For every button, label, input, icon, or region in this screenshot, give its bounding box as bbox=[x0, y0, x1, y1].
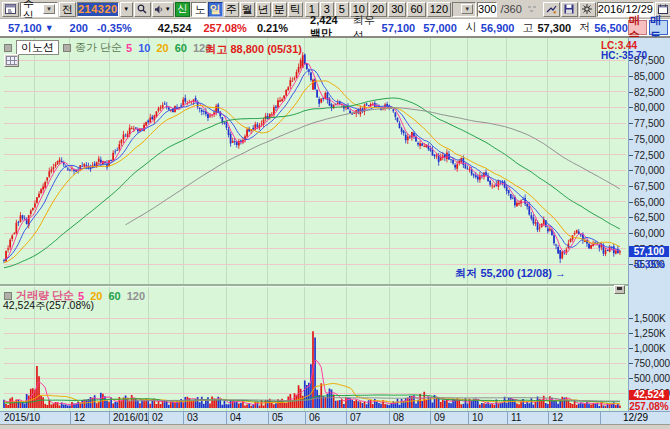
extra-interval-select[interactable]: ▼ bbox=[452, 2, 476, 17]
high-label: 고 bbox=[523, 20, 534, 35]
volume-tick-label: 500,000 bbox=[634, 373, 670, 384]
open-label: 시 bbox=[466, 20, 477, 35]
period-button-월[interactable]: 월 bbox=[240, 2, 255, 17]
price-tick-label: 82,500 bbox=[634, 87, 665, 98]
jun-button[interactable]: 전 bbox=[59, 2, 76, 17]
stock-name-field[interactable]: 이노션 bbox=[191, 2, 207, 17]
quote-bar: 57,100 ▼ 200 -0.35% 42,524 257.08% 0.21%… bbox=[0, 18, 670, 37]
code-dropdown-button[interactable]: ▼ bbox=[120, 2, 133, 17]
current-volume-badge: 42,524 bbox=[629, 390, 669, 400]
save-button[interactable] bbox=[561, 2, 578, 17]
instrument-type-select[interactable]: 주식 ▼ bbox=[20, 2, 58, 17]
hc-change-label: HC:-35.70 bbox=[601, 50, 647, 61]
pane-resize-button[interactable] bbox=[614, 285, 625, 294]
price-tick-label: 70,000 bbox=[634, 165, 665, 176]
tick-mark bbox=[629, 202, 633, 203]
price-ma-20: 20 bbox=[156, 42, 168, 54]
time-label-10: 10 bbox=[468, 412, 483, 424]
price-tick-label: 60,000 bbox=[634, 228, 665, 239]
pane-divider[interactable] bbox=[0, 284, 628, 287]
search-button[interactable] bbox=[134, 2, 151, 17]
time-label-09: 09 bbox=[430, 412, 445, 424]
time-label-08: 08 bbox=[389, 412, 404, 424]
minute-button-30[interactable]: 30 bbox=[388, 2, 406, 17]
stock-chart-window: 주식 ▼ 전 214320 ▼ ▼ 신 이노션 일주월년분틱 135102030… bbox=[0, 0, 670, 429]
price-legend: 이노션 종가 단순 5102060120 bbox=[4, 40, 211, 55]
sound-button[interactable]: ▼ bbox=[152, 2, 174, 17]
time-label-12: 12 bbox=[548, 412, 563, 424]
tick-mark bbox=[629, 186, 633, 187]
time-label-12: 12 bbox=[70, 412, 85, 424]
period-button-주[interactable]: 주 bbox=[224, 2, 239, 17]
time-label-04: 04 bbox=[226, 412, 241, 424]
quote-volume: 42,524 bbox=[158, 22, 192, 34]
low-annotation: 최저 55,200 (12/08) → bbox=[455, 266, 566, 281]
tick-mark bbox=[629, 318, 633, 319]
tick-mark bbox=[629, 155, 633, 156]
gear-icon bbox=[582, 4, 592, 14]
current-price: 57,100 bbox=[8, 22, 42, 34]
time-label-07: 07 bbox=[346, 412, 361, 424]
volume-current-value: 42,524주(257.08%) bbox=[3, 299, 94, 313]
volume-tick-label: 1,250K bbox=[634, 328, 666, 339]
chevron-down-icon: ▼ bbox=[165, 3, 171, 15]
volume-ma-120: 120 bbox=[127, 290, 145, 302]
time-label-02: 02 bbox=[148, 412, 163, 424]
minute-button-60[interactable]: 60 bbox=[407, 2, 425, 17]
bars-count-input[interactable]: 300 bbox=[477, 2, 497, 17]
tick-mark bbox=[629, 107, 633, 108]
tick-mark bbox=[629, 233, 633, 234]
price-tick-label: 67,500 bbox=[634, 181, 665, 192]
price-ma-title: 종가 단순 bbox=[75, 40, 122, 55]
price-tick-label: 80,000 bbox=[634, 102, 665, 113]
time-label-03: 03 bbox=[183, 412, 198, 424]
current-volume-pct: 257.08% bbox=[629, 401, 669, 412]
tick-mark bbox=[629, 139, 633, 140]
bars-total-label: /360 bbox=[500, 3, 521, 15]
tick-mark bbox=[629, 76, 633, 77]
period-button-틱[interactable]: 틱 bbox=[288, 2, 303, 17]
time-axis[interactable]: 2015/10122016/010203040506070809101112 1… bbox=[0, 411, 670, 424]
minute-button-120[interactable]: 120 bbox=[427, 2, 451, 17]
price-chart-canvas[interactable] bbox=[0, 38, 628, 284]
stock-code-input[interactable]: 214320 bbox=[77, 2, 119, 17]
speaker-icon bbox=[155, 5, 163, 14]
best-bid: 57,000 bbox=[423, 22, 457, 34]
legend-marker-icon bbox=[4, 44, 12, 52]
period-buttons: 일주월년분틱 bbox=[208, 2, 303, 17]
trendline-icon bbox=[546, 4, 557, 14]
low-price: 56,500 bbox=[594, 22, 628, 34]
settings-button[interactable] bbox=[579, 2, 596, 17]
period-button-년[interactable]: 년 bbox=[256, 2, 271, 17]
price-ma-periods: 5102060120 bbox=[126, 42, 211, 54]
low-label: 저 bbox=[579, 20, 590, 35]
chart-area: 이노션 종가 단순 5102060120 최고 88,800 (05/31) 최… bbox=[0, 37, 670, 429]
buy-button[interactable]: 매수 bbox=[628, 20, 647, 35]
time-axis-last-date: 12/29 bbox=[600, 412, 670, 424]
window-menu-button[interactable] bbox=[2, 2, 19, 17]
period-button-분[interactable]: 분 bbox=[272, 2, 287, 17]
price-axis[interactable]: 87,50085,00082,50080,00077,50075,00072,5… bbox=[628, 38, 670, 411]
open-price: 56,900 bbox=[481, 22, 515, 34]
search-icon bbox=[137, 4, 147, 14]
price-tick-label: 65,000 bbox=[634, 197, 665, 208]
compare-button[interactable] bbox=[525, 2, 542, 17]
grid-icon bbox=[6, 56, 17, 65]
period-button-일[interactable]: 일 bbox=[208, 2, 223, 17]
tick-mark bbox=[629, 217, 633, 218]
volume-tick-label: 1,500K bbox=[634, 313, 666, 324]
drawing-tool-button[interactable] bbox=[543, 2, 560, 17]
volume-chart-canvas[interactable] bbox=[0, 286, 628, 411]
bottom-scroll-strip[interactable] bbox=[0, 424, 670, 429]
current-price-badge: 57,100 bbox=[629, 246, 669, 257]
price-tick-label: 77,500 bbox=[634, 118, 665, 129]
sell-button[interactable]: 매도 bbox=[649, 20, 668, 35]
price-tick-label: 75,000 bbox=[634, 134, 665, 145]
down-arrow-icon: ▼ bbox=[45, 23, 54, 33]
tick-mark bbox=[629, 333, 633, 334]
price-change-pct: -0.35% bbox=[97, 22, 132, 34]
legend-marker-icon bbox=[63, 44, 71, 52]
high-price: 57,300 bbox=[538, 22, 572, 34]
best-ask: 57,100 bbox=[382, 22, 416, 34]
chart-style-button[interactable] bbox=[4, 54, 19, 67]
